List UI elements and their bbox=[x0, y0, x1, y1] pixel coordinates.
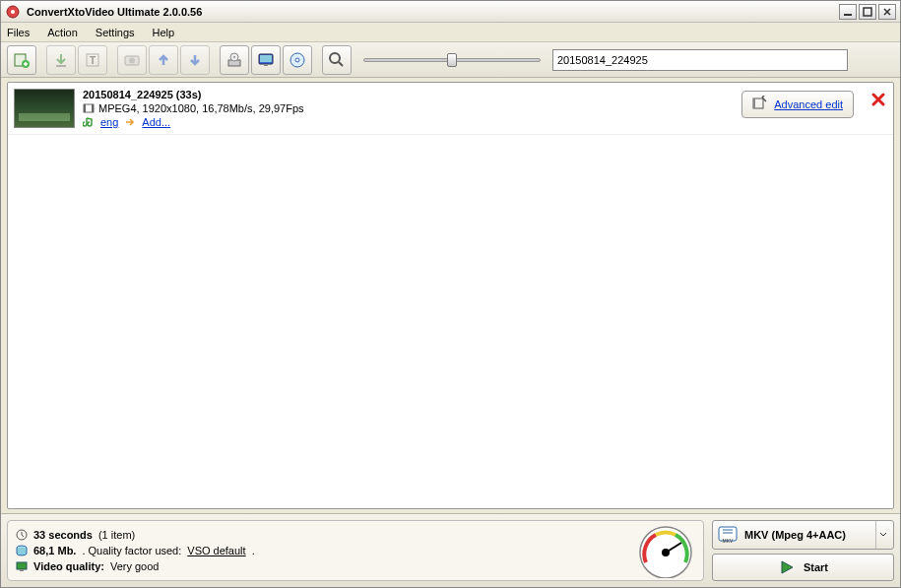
advanced-edit-label: Advanced edit bbox=[774, 98, 843, 110]
add-file-button[interactable] bbox=[7, 45, 36, 75]
clock-icon bbox=[16, 529, 28, 541]
app-window: ConvertXtoVideo Ultimate 2.0.0.56 Files … bbox=[0, 0, 901, 588]
filename-input[interactable] bbox=[552, 49, 848, 71]
statusbar: 33 seconds (1 item) 68,1 Mb. . Quality f… bbox=[1, 513, 900, 587]
status-duration: 33 seconds (1 item) bbox=[16, 529, 626, 541]
close-button[interactable] bbox=[878, 4, 896, 20]
mkv-icon: MKV bbox=[717, 525, 739, 545]
quality-gauge bbox=[636, 523, 695, 578]
video-icon bbox=[83, 102, 95, 114]
move-up-button[interactable] bbox=[149, 45, 178, 75]
svg-text:T: T bbox=[90, 55, 96, 66]
size-value: 68,1 Mb. bbox=[33, 545, 76, 556]
svg-point-1 bbox=[11, 10, 15, 14]
minimize-button[interactable] bbox=[839, 4, 857, 20]
menubar: Files Action Settings Help bbox=[1, 23, 900, 42]
codec-text: MPEG4, 1920x1080, 16,78Mb/s, 29,97Fps bbox=[98, 102, 304, 114]
list-item[interactable]: 20150814_224925 (33s) MPEG4, 1920x1080, … bbox=[8, 83, 893, 135]
size-text: . Quality factor used: bbox=[82, 545, 181, 556]
maximize-button[interactable] bbox=[859, 4, 876, 20]
svg-point-18 bbox=[295, 58, 299, 62]
remove-item-button[interactable] bbox=[869, 91, 887, 108]
svg-rect-3 bbox=[864, 8, 871, 16]
edit-icon bbox=[752, 96, 768, 113]
arrow-icon bbox=[124, 116, 136, 128]
titlebar: ConvertXtoVideo Ultimate 2.0.0.56 bbox=[1, 1, 900, 23]
status-size: 68,1 Mb. . Quality factor used: VSO defa… bbox=[16, 545, 626, 556]
svg-rect-24 bbox=[753, 98, 755, 108]
advanced-edit-button[interactable]: Advanced edit bbox=[741, 91, 854, 118]
status-panel: 33 seconds (1 item) 68,1 Mb. . Quality f… bbox=[7, 520, 704, 581]
quality-label: Video quality: bbox=[33, 560, 104, 572]
window-title: ConvertXtoVideo Ultimate 2.0.0.56 bbox=[27, 6, 839, 18]
svg-rect-2 bbox=[844, 14, 852, 16]
audio-icon bbox=[83, 116, 95, 128]
text-button[interactable]: T bbox=[78, 45, 107, 75]
start-label: Start bbox=[804, 561, 828, 573]
output-format-dropdown[interactable]: MKV MKV (Mpeg 4+AAC) bbox=[712, 520, 894, 550]
svg-text:MKV: MKV bbox=[723, 538, 735, 544]
quality-factor-link[interactable]: VSO default bbox=[187, 545, 245, 556]
camera-button[interactable] bbox=[117, 45, 147, 75]
disc-button[interactable] bbox=[283, 45, 312, 75]
output-panel: MKV MKV (Mpeg 4+AAC) Start bbox=[712, 520, 894, 581]
svg-point-10 bbox=[129, 57, 135, 63]
status-quality: Video quality: Very good bbox=[16, 560, 626, 572]
menu-help[interactable]: Help bbox=[153, 27, 175, 38]
svg-rect-28 bbox=[20, 569, 24, 571]
monitor-button[interactable] bbox=[251, 45, 281, 75]
menu-files[interactable]: Files bbox=[7, 27, 30, 38]
format-label: MKV (Mpeg 4+AAC) bbox=[744, 529, 875, 541]
chevron-down-icon bbox=[875, 521, 889, 549]
audio-lang-link[interactable]: eng bbox=[100, 116, 118, 128]
svg-rect-27 bbox=[17, 562, 27, 569]
svg-rect-22 bbox=[92, 104, 94, 112]
duration-value: 33 seconds bbox=[33, 529, 93, 541]
disk-icon bbox=[16, 545, 28, 556]
monitor-small-icon bbox=[16, 560, 28, 572]
svg-point-13 bbox=[233, 56, 235, 58]
toolbar: T bbox=[1, 42, 900, 78]
add-audio-link[interactable]: Add... bbox=[142, 116, 170, 128]
start-button[interactable]: Start bbox=[712, 554, 894, 581]
menu-action[interactable]: Action bbox=[47, 27, 78, 38]
quality-value: Very good bbox=[110, 560, 160, 572]
window-controls bbox=[839, 4, 896, 20]
svg-point-19 bbox=[330, 53, 340, 63]
svg-rect-15 bbox=[264, 64, 268, 66]
zoom-slider[interactable] bbox=[363, 50, 541, 70]
svg-point-30 bbox=[662, 549, 670, 556]
convert-down-button[interactable] bbox=[46, 45, 76, 75]
slider-thumb[interactable] bbox=[447, 53, 457, 67]
svg-rect-16 bbox=[260, 55, 272, 62]
file-list: 20150814_224925 (33s) MPEG4, 1920x1080, … bbox=[7, 82, 894, 509]
item-count: (1 item) bbox=[98, 529, 135, 541]
svg-rect-6 bbox=[56, 65, 66, 67]
svg-rect-21 bbox=[84, 104, 86, 112]
move-down-button[interactable] bbox=[180, 45, 210, 75]
menu-settings[interactable]: Settings bbox=[96, 27, 135, 38]
slider-track bbox=[363, 58, 541, 62]
zoom-button[interactable] bbox=[322, 45, 352, 75]
burn-button[interactable] bbox=[220, 45, 249, 75]
app-icon bbox=[5, 4, 21, 20]
video-thumbnail[interactable] bbox=[14, 89, 75, 128]
